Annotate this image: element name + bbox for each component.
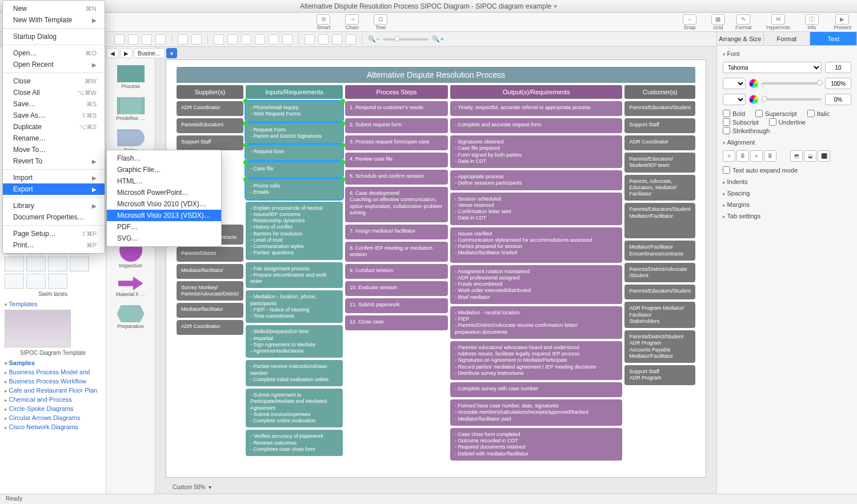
diagram-cell[interactable]: 2. Submit request form <box>345 118 448 133</box>
diagram-cell[interactable]: Support Staff ADR Program <box>624 365 695 385</box>
tab-arrange[interactable]: Arrange & Size <box>717 32 764 45</box>
tool-smart[interactable]: ⧉Smart <box>317 14 330 30</box>
diagram-cell[interactable]: - Parties receive instructions/case numb… <box>246 360 343 386</box>
diagram-cell[interactable]: Mediator/Facilitator Encumbrance/contrac… <box>624 241 695 261</box>
canvas-area[interactable]: Alternative Dispute Resolution Process S… <box>155 32 716 494</box>
shape-prep[interactable] <box>117 305 145 322</box>
menu-item[interactable]: Library▶ <box>3 200 105 211</box>
diagram-cell[interactable]: - Fair assignment process - Prepare encu… <box>246 262 343 289</box>
tool-format[interactable]: ✎Format <box>735 14 752 30</box>
submenu-item[interactable]: Microsoft Visio 2013 (VSDX)… <box>107 210 221 221</box>
opacity-slider-1[interactable] <box>762 82 822 85</box>
menu-item[interactable]: Import▶ <box>3 172 105 183</box>
samples-header[interactable]: Samples <box>5 359 101 366</box>
diagram-cell[interactable]: Mediator/facilitator <box>177 264 243 279</box>
breadcrumb-dropdown[interactable]: ▾ <box>166 48 177 58</box>
breadcrumb-item[interactable]: Busine… <box>134 48 165 58</box>
tool-hypernote[interactable]: ✉Hypernote <box>766 14 790 30</box>
diagram-cell[interactable]: 5. Schedule and confirm session <box>345 170 448 185</box>
tool-info[interactable]: ⓘInfo <box>805 14 819 30</box>
tool-rotate[interactable] <box>214 34 224 45</box>
breadcrumb-back[interactable]: ◀ <box>106 48 119 58</box>
template-thumb[interactable] <box>5 310 101 347</box>
menu-item[interactable]: Print…⌘P <box>3 239 105 251</box>
check-superscript[interactable]: Superscript <box>755 110 797 117</box>
tool-text[interactable] <box>178 34 188 45</box>
diagram-cell[interactable]: - Request Form - Parent and District Sig… <box>246 123 343 143</box>
section-font[interactable]: Font <box>723 50 851 57</box>
diagram-cell[interactable]: - Signatures obtained - Case file prepar… <box>450 135 622 168</box>
menu-item[interactable]: New⌘N <box>3 3 105 14</box>
library-link[interactable]: Cisco Network Diagrams <box>5 422 101 431</box>
diagram-cell[interactable]: - Submit Agreement to Participate/Mediat… <box>246 389 343 427</box>
library-link[interactable]: Chemical and Process <box>5 395 101 404</box>
valign-bottom[interactable]: ⬛ <box>818 150 830 162</box>
diagram-cell[interactable]: ADR Program Mediator/ Facilitator Stakeh… <box>624 302 695 328</box>
diagram-cell[interactable]: Parents/Educators/Student <box>624 101 695 116</box>
section-spacing[interactable]: Spacing <box>723 190 851 197</box>
tool-erase[interactable] <box>346 34 356 45</box>
diagram-cell[interactable]: - Skilled/prepared/on time - Impartial -… <box>246 325 343 358</box>
font-name-select[interactable]: Tahoma <box>723 62 822 73</box>
diagram-cell[interactable]: ADR Coordinator <box>624 135 695 150</box>
colorwell-1[interactable] <box>749 79 758 88</box>
menu-item[interactable]: Duplicate⌥⌘S <box>3 121 105 133</box>
diagram-cell[interactable]: - Phone calls - Emails <box>246 179 343 199</box>
diagram-cell[interactable]: 11. Submit paperwork <box>345 298 448 313</box>
export-submenu[interactable]: Flash…Graphic File…HTML…Microsoft PowerP… <box>106 150 222 247</box>
section-tabsettings[interactable]: Tab settings <box>723 213 851 219</box>
diagram-cell[interactable]: 10. Evaluate session <box>345 281 448 296</box>
shape-predef[interactable] <box>117 97 145 114</box>
diagram-cell[interactable]: ADR Coordinator <box>177 101 243 116</box>
tool-chain[interactable]: ⇢Chain <box>345 14 359 30</box>
menu-item[interactable]: Export▶ <box>3 183 105 195</box>
menu-item[interactable]: Revert To▶ <box>3 155 105 167</box>
diagram-cell[interactable]: - Mediation - location, phone, participa… <box>246 290 343 323</box>
diagram-cell[interactable]: - Mediation - neutral location - FIEP - … <box>450 306 622 339</box>
diagram-canvas[interactable]: Alternative Dispute Resolution Process S… <box>166 59 706 478</box>
submenu-item[interactable]: HTML… <box>107 175 221 187</box>
align-center[interactable]: ≣ <box>736 150 749 162</box>
tool-hand[interactable] <box>318 34 329 45</box>
diagram-cell[interactable]: - Assignment rotation maintained - ADR p… <box>450 265 622 304</box>
valign-top[interactable]: ⬒ <box>790 150 803 162</box>
zoom-in-icon[interactable]: 🔍+ <box>432 35 443 43</box>
tool-pointer[interactable] <box>114 34 125 45</box>
submenu-item[interactable]: SVG… <box>107 233 221 244</box>
align-right[interactable]: ≡ <box>750 150 763 162</box>
check-subscript[interactable]: Subscript <box>723 118 759 126</box>
diagram-cell[interactable]: 7. Assign mediator/ facilitator <box>345 225 448 239</box>
tool-eyedrop[interactable] <box>332 34 342 45</box>
tool-pen[interactable] <box>142 34 152 45</box>
diagram-cell[interactable]: - Phone/email inquiry - Web Request Form… <box>246 101 343 121</box>
diagram-cell[interactable]: - Case close form completed - Outcome re… <box>450 428 622 461</box>
submenu-item[interactable]: Flash… <box>107 153 221 164</box>
library-link[interactable]: Circle-Spoke Diagrams <box>5 404 101 413</box>
diagram-cell[interactable]: - Case file <box>246 162 343 177</box>
tool-flip[interactable] <box>227 34 238 45</box>
diagram-cell[interactable]: - Appropriate process - Define sessions … <box>450 170 622 190</box>
menu-item[interactable]: Open…⌘O <box>3 47 105 59</box>
diagram-cell[interactable]: 4. Review case file <box>345 153 448 167</box>
diagram-cell[interactable]: 3. Process request form/open case <box>345 135 448 150</box>
menu-item[interactable]: Save…⌘S <box>3 98 105 110</box>
opacity-slider-2[interactable] <box>762 98 822 101</box>
tool-rect[interactable] <box>191 34 202 45</box>
menu-item[interactable]: Rename… <box>3 133 105 144</box>
check-autoexpand[interactable]: Text auto expand mode <box>723 166 851 174</box>
check-strike[interactable]: Strikethrough <box>723 127 851 134</box>
diagram-cell[interactable]: 9. Conduct session <box>345 264 448 279</box>
zoom-slider[interactable] <box>383 38 428 41</box>
opacity-value-2[interactable] <box>825 94 851 105</box>
diagram-cell[interactable]: - Parents/ educators/ advocates heard an… <box>450 341 622 380</box>
library-link[interactable]: Cafe and Restaurant Floor Plan <box>5 386 101 395</box>
diagram-cell[interactable]: - Formed have case number, date, signatu… <box>450 399 622 426</box>
diagram-cell[interactable]: 12. Close case <box>345 315 448 330</box>
tool-snap[interactable]: ↔Snap <box>683 14 696 30</box>
file-menu[interactable]: New⌘NNew With Template▶Startup DialogOpe… <box>2 0 105 254</box>
menu-item[interactable]: Save As…⇧⌘S <box>3 110 105 121</box>
check-italic[interactable]: Italic <box>807 110 830 117</box>
diagram-cell[interactable]: 6. Case development/ Coaching on effecti… <box>345 187 448 222</box>
check-underline[interactable]: Underline <box>769 118 806 126</box>
section-alignment[interactable]: Alignment <box>723 139 851 146</box>
